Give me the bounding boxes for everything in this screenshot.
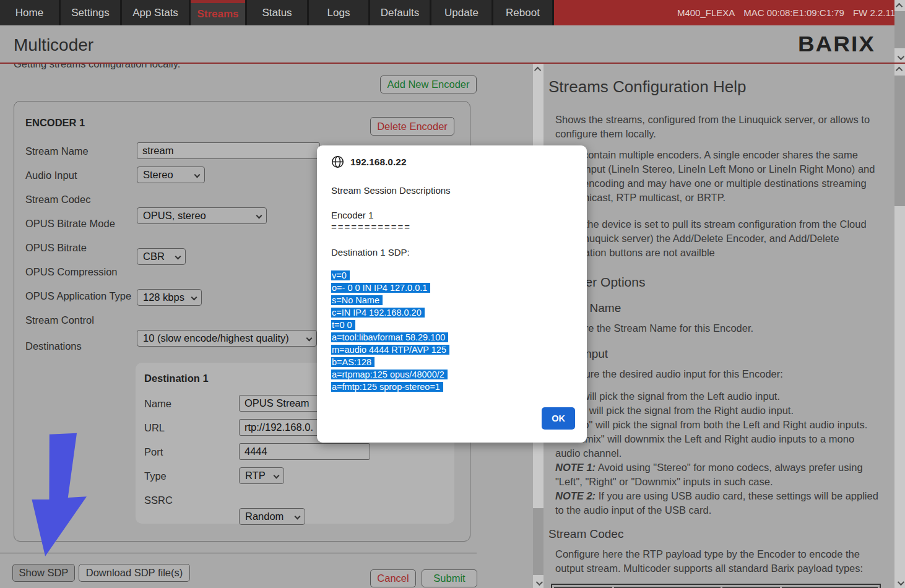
chevron-down-icon — [535, 578, 542, 585]
dest-url-label: URL — [144, 419, 165, 436]
help-options-block: "Left" will pick the signal from the Lef… — [555, 389, 881, 517]
nav-tab-update[interactable]: Update — [431, 0, 491, 25]
nav-tab-status[interactable]: Status — [247, 0, 307, 25]
note1-label: NOTE 1: — [555, 462, 595, 473]
device-mac: MAC 00:08:E1:09:C1:79 — [743, 7, 844, 18]
sdp-line: a=fmtp:125 sprop-stereo=1 — [331, 382, 443, 392]
chevron-down-icon — [306, 335, 313, 342]
chevron-up-icon — [534, 66, 540, 73]
nav-tab-logs[interactable]: Logs — [309, 0, 368, 25]
nav-tab-streams[interactable]: Streams — [191, 0, 245, 25]
stream-name-input[interactable] — [137, 142, 320, 159]
scroll-down-button[interactable] — [894, 52, 905, 63]
opus-bitrate-value: 128 kbps — [143, 292, 184, 303]
scroll-up-button[interactable] — [533, 64, 543, 74]
stream-codec-select[interactable]: OPUS, stereo — [137, 207, 267, 224]
help-paragraph: Shows the streams, configured from the L… — [555, 113, 881, 141]
audio-input-value: Stereo — [143, 169, 173, 181]
help-note-2: NOTE 2: If you are using USB audio card,… — [555, 489, 881, 517]
nav-tab-settings[interactable]: Settings — [61, 0, 120, 25]
submit-button[interactable]: Submit — [422, 569, 477, 587]
help-paragraph: Configure here the RTP payload type by t… — [555, 547, 881, 576]
cancel-button[interactable]: Cancel — [370, 569, 416, 587]
dest-ssrc-value: Random — [245, 511, 284, 522]
help-title: Streams Configuration Help — [548, 77, 881, 97]
sdp-line: s=No Name — [331, 295, 383, 305]
help-paragraph: Set here the Stream Name for this Encode… — [555, 321, 881, 335]
page-title: Multicoder — [14, 35, 93, 55]
ok-button[interactable]: OK — [542, 407, 575, 430]
scroll-up-button[interactable] — [894, 64, 905, 74]
dest-type-value: RTP — [245, 470, 266, 482]
chevron-down-icon — [274, 473, 280, 479]
device-name: M400_FLEXA — [677, 7, 735, 18]
scroll-down-button[interactable] — [533, 577, 543, 588]
help-heading-stream-name: Stream Name — [548, 301, 881, 315]
help-frame-scrollbar[interactable] — [894, 64, 905, 588]
destinations-label: Destinations — [25, 337, 82, 355]
opus-bitrate-label: OPUS Bitrate — [25, 239, 87, 256]
sdp-line: t=0 0 — [331, 320, 355, 330]
download-sdp-button[interactable]: Download SDP file(s) — [79, 564, 190, 582]
sdp-line: a=tool:libavformat 58.29.100 — [331, 332, 448, 342]
scroll-down-button[interactable] — [894, 577, 905, 588]
sdp-dialog: 192.168.0.22 Stream Session Descriptions… — [317, 145, 587, 443]
dest-ssrc-select[interactable]: Random — [239, 508, 305, 525]
note2-label: NOTE 2: — [555, 490, 595, 501]
chevron-down-icon — [897, 53, 904, 59]
dest-name-label: Name — [144, 395, 171, 412]
sdp-line: a=rtpmap:125 opus/48000/2 — [331, 370, 448, 379]
opus-compression-select[interactable]: 10 (slow encode/highest quality) — [137, 330, 317, 347]
nav-tab-home[interactable]: Home — [0, 0, 59, 25]
help-paragraph: When the device is set to pull its strea… — [555, 217, 881, 260]
nav-tab-app-stats[interactable]: App Stats — [122, 0, 189, 25]
status-text: Getting streams configuration locally. — [14, 64, 180, 70]
top-frame-scrollbar[interactable] — [894, 0, 905, 63]
opus-compression-value: 10 (slow encode/highest quality) — [143, 332, 289, 344]
dest-type-label: Type — [144, 467, 167, 485]
help-frame: Streams Configuration Help Shows the str… — [543, 64, 894, 588]
audio-input-select[interactable]: Stereo — [137, 166, 205, 183]
help-option-line: "Stereo" will pick the signal from both … — [555, 418, 881, 432]
scroll-up-button[interactable] — [894, 0, 905, 11]
nav-tab-defaults[interactable]: Defaults — [370, 0, 430, 25]
scrollbar-thumb[interactable] — [533, 508, 543, 575]
dest-type-select[interactable]: RTP — [239, 467, 284, 484]
chevron-down-icon — [295, 514, 301, 520]
dest-port-label: Port — [144, 443, 163, 460]
nav-tab-reboot[interactable]: Reboot — [493, 0, 552, 25]
help-heading-encoder-options: Encoder Options — [548, 275, 881, 290]
sdp-text-block: v=0 o=- 0 0 IN IP4 127.0.0.1 s=No Name c… — [331, 269, 449, 393]
opus-bitrate-mode-label: OPUS Bitrate Mode — [25, 215, 115, 232]
chevron-down-icon — [256, 213, 262, 219]
dest-port-input[interactable] — [239, 443, 370, 460]
delete-encoder-button[interactable]: Delete Encoder — [370, 117, 454, 136]
chevron-down-icon — [175, 254, 181, 260]
show-sdp-button[interactable]: Show SDP — [12, 564, 75, 582]
masthead: Multicoder BARIX — [0, 25, 905, 64]
dest-ssrc-label: SSRC — [144, 491, 173, 509]
add-new-encoder-button[interactable]: Add New Encoder — [380, 76, 477, 93]
scrollbar-thumb[interactable] — [894, 11, 905, 48]
help-option-line: "Left" will pick the signal from the Lef… — [555, 389, 881, 404]
dialog-sdp-label: Destination 1 SDP: — [331, 247, 410, 257]
globe-icon — [331, 155, 344, 168]
stream-name-label: Stream Name — [25, 142, 89, 160]
opus-compression-label: OPUS Compression — [25, 263, 118, 280]
dialog-subtitle: Stream Session Descriptions — [331, 185, 451, 196]
audio-input-label: Audio Input — [25, 166, 77, 184]
encoder-title: ENCODER 1 — [25, 117, 85, 129]
scrollbar-thumb[interactable] — [894, 76, 905, 206]
stream-control-label: Stream Control — [25, 311, 94, 329]
opus-bitrate-select[interactable]: 128 kbps — [137, 289, 202, 306]
help-paragraph: It can contain multiple encoders. A sing… — [555, 148, 881, 205]
help-heading-audio-input: Audio Input — [548, 347, 881, 361]
device-firmware: FW 2.2.11 — [853, 7, 895, 18]
payload-type-table: Payload Type Description Payload Type De… — [551, 584, 881, 588]
sdp-line: m=audio 4444 RTP/AVP 125 — [331, 345, 449, 355]
chevron-down-icon — [897, 578, 904, 585]
help-paragraph: Configure the desired audio input for th… — [555, 367, 881, 381]
help-option-line: "Right" will pick the signal from the Ri… — [555, 404, 881, 418]
opus-bitrate-mode-select[interactable]: CBR — [137, 248, 186, 265]
footer-divider — [0, 553, 477, 553]
